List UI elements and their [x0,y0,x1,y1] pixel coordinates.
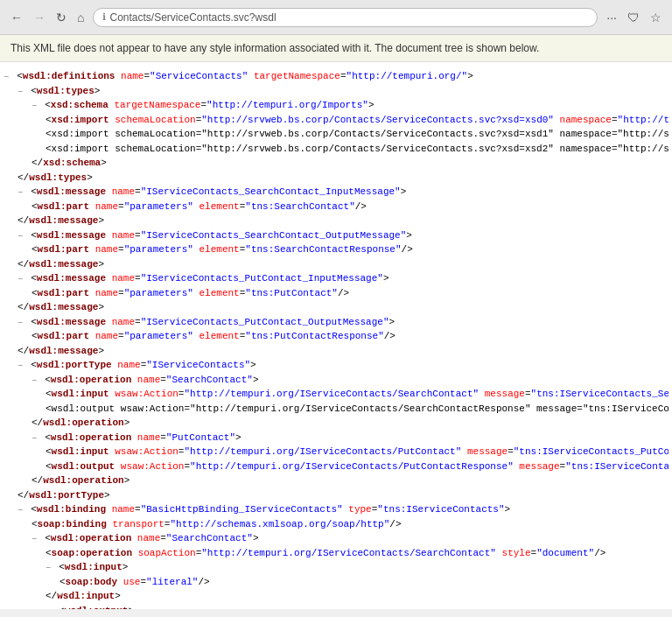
xml-line: </wsdl:message> [4,257,668,272]
xml-line: – <wsdl:input> [4,560,668,575]
collapse-btn[interactable]: – [18,186,29,197]
xml-line: – <xsd:schema targetNamespace="http://te… [4,98,668,113]
collapse-btn[interactable]: – [46,562,57,572]
xml-line: </xsd:schema> [4,156,668,171]
forward-button[interactable]: → [30,9,49,26]
xml-line: – <wsdl:definitions name="ServiceContact… [4,69,668,84]
collapse-btn[interactable]: – [18,273,29,284]
xml-line: </wsdl:input> [4,589,668,604]
xml-line: – <wsdl:message name="IServiceContacts_S… [4,228,668,243]
browser-actions: ··· 🛡 ☆ [603,9,665,26]
xml-line: <xsd:import schemaLocation="http://srvwe… [4,127,668,142]
shield-button[interactable]: 🛡 [624,9,643,26]
address-text: Contacts/ServiceContacts.svc?wsdl [109,11,588,24]
xml-line: <wsdl:output wsaw:Action="http://tempuri… [4,402,668,417]
xml-line: <wsdl:part name="parameters" element="tn… [4,200,668,214]
xml-line: </wsdl:portType> [4,488,668,503]
xml-line: </wsdl:operation> [4,416,668,431]
xml-line: – <wsdl:message name="IServiceContacts_S… [4,185,668,200]
collapse-btn[interactable]: – [4,71,15,81]
xml-line: </wsdl:message> [4,214,668,228]
xml-line: – <wsdl:portType name="IServiceContacts"… [4,358,668,373]
collapse-btn[interactable]: – [18,317,29,327]
nav-buttons: ← → ↻ ⌂ [7,9,88,26]
xml-line: – <wsdl:binding name="BasicHttpBinding_I… [4,502,668,517]
browser-toolbar: ← → ↻ ⌂ ℹ Contacts/ServiceContacts.svc?w… [0,0,672,35]
xml-line: – <wsdl:operation name="SearchContact"> [4,373,668,388]
xml-line: <soap:operation soapAction="http://tempu… [4,546,668,561]
collapse-btn[interactable]: – [18,504,29,515]
back-button[interactable]: ← [7,9,26,26]
xml-line: – <wsdl:output> [4,604,668,610]
bookmark-button[interactable]: ☆ [647,9,665,26]
collapse-btn[interactable]: – [46,606,57,610]
collapse-btn[interactable]: – [18,86,29,96]
xml-line: <wsdl:part name="parameters" element="tn… [4,286,668,301]
xml-line: <xsd:import schemaLocation="http://srvwe… [4,142,668,157]
address-bar[interactable]: ℹ Contacts/ServiceContacts.svc?wsdl [93,8,598,27]
xml-line: </wsdl:message> [4,344,668,359]
collapse-btn[interactable]: – [18,230,29,241]
collapse-btn[interactable]: – [32,375,43,385]
xml-line: </wsdl:operation> [4,473,668,488]
xml-line: <wsdl:part name="parameters" element="tn… [4,242,668,257]
xml-line: <wsdl:input wsaw:Action="http://tempuri.… [4,387,668,402]
lock-icon: ℹ [102,11,106,23]
xml-line: <wsdl:part name="parameters" element="tn… [4,329,668,344]
xml-content[interactable]: – <wsdl:definitions name="ServiceContact… [0,62,672,609]
xml-line: <wsdl:output wsaw:Action="http://tempuri… [4,459,668,474]
xml-line: – <wsdl:operation name="SearchContact"> [4,531,668,546]
xml-line: <xsd:import schemaLocation="http://srvwe… [4,113,668,128]
xml-line: </wsdl:message> [4,300,668,315]
xml-line: <wsdl:input wsaw:Action="http://tempuri.… [4,445,668,459]
info-text: This XML file does not appear to have an… [10,42,539,54]
xml-line: <soap:body use="literal"/> [4,575,668,590]
home-button[interactable]: ⌂ [74,9,88,26]
xml-line: – <wsdl:message name="IServiceContacts_P… [4,315,668,330]
menu-button[interactable]: ··· [603,9,620,26]
xml-line: – <wsdl:message name="IServiceContacts_P… [4,271,668,286]
xml-line: – <wsdl:types> [4,84,668,99]
collapse-btn[interactable]: – [32,100,43,110]
xml-line: – <wsdl:operation name="PutContact"> [4,431,668,445]
collapse-btn[interactable]: – [32,533,43,543]
info-bar: This XML file does not appear to have an… [0,35,672,62]
collapse-btn[interactable]: – [32,432,43,443]
collapse-btn[interactable]: – [18,360,29,370]
xml-line: </wsdl:types> [4,171,668,186]
xml-line: <soap:binding transport="http://schemas.… [4,517,668,532]
refresh-button[interactable]: ↻ [52,9,70,26]
